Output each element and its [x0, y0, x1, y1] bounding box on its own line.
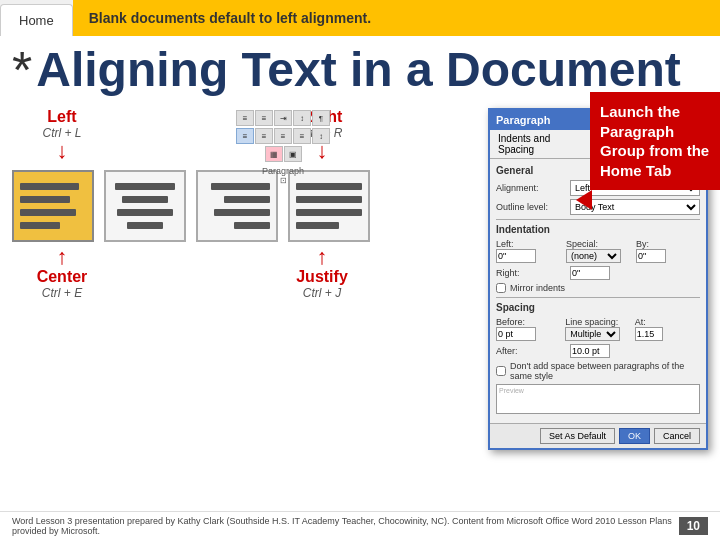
paragraph-group-label: Paragraph [262, 166, 304, 176]
right-indent-input[interactable] [570, 266, 610, 280]
line-spacing-label: Line spacing: [565, 317, 630, 327]
ok-button[interactable]: OK [619, 428, 650, 444]
special-label: Special: [566, 239, 630, 249]
home-tab[interactable]: Home [0, 4, 73, 36]
after-label: After: [496, 346, 566, 356]
dialog-footer: Set As Default OK Cancel [490, 423, 706, 448]
footer: Word Lesson 3 presentation prepared by K… [0, 511, 720, 540]
text-line [117, 209, 173, 216]
right-indent-row: Right: [496, 266, 700, 280]
left-indent-col: Left: [496, 239, 560, 263]
preview-box: Preview [496, 384, 700, 414]
text-line [115, 183, 174, 190]
by-label: By: [636, 239, 700, 249]
shading-icon[interactable]: ▦ [265, 146, 283, 162]
after-input[interactable] [570, 344, 610, 358]
page-title: Aligning Text in a Document [36, 46, 680, 94]
paragraph-toolbar: ≡ ≡ ⇥ ↕ ¶ ≡ ≡ ≡ ≡ ↕ ▦ ▣ Paragraph ⊡ [236, 110, 330, 185]
header: Home Blank documents default to left ali… [0, 0, 720, 36]
sort-icon[interactable]: ↕ [293, 110, 311, 126]
tab-indents-spacing[interactable]: Indents and Spacing [490, 130, 595, 158]
toolbar-bottom-row: ≡ ≡ ≡ ≡ ↕ [236, 128, 330, 144]
main-content: Left Ctrl + L ↓ Right Ctrl + R ↓ [0, 100, 720, 458]
preview-label: Preview [497, 385, 699, 396]
outline-label: Outline level: [496, 202, 566, 212]
justify-arrow-up: ↑ [272, 246, 372, 268]
line-spacing-select[interactable]: Multiple [565, 327, 620, 341]
text-line [296, 196, 362, 203]
spacing-row: Before: Line spacing: Multiple At: [496, 317, 700, 341]
set-default-button[interactable]: Set As Default [540, 428, 615, 444]
paragraph-expand-icon[interactable]: ⊡ [280, 176, 287, 185]
special-col: Special: (none) [566, 239, 630, 263]
align-left-icon[interactable]: ≡ [236, 128, 254, 144]
dont-add-label: Don't add space between paragraphs of th… [510, 361, 700, 381]
list2-icon[interactable]: ≡ [255, 110, 273, 126]
left-indent-label: Left: [496, 239, 560, 249]
text-line [234, 222, 270, 229]
dialog-title: Paragraph [496, 114, 550, 126]
left-indent-input[interactable] [496, 249, 536, 263]
list-icon[interactable]: ≡ [236, 110, 254, 126]
before-label: Before: [496, 317, 561, 327]
at-col: At: [635, 317, 700, 341]
center-text-box [104, 170, 186, 242]
justify-main-label: Justify [272, 268, 372, 286]
launch-box: Launch the Paragraph Group from the Home… [590, 92, 720, 190]
asterisk: * [12, 44, 32, 96]
at-label: At: [635, 317, 700, 327]
align-center-icon[interactable]: ≡ [255, 128, 273, 144]
text-line [20, 183, 79, 190]
right-indent-label: Right: [496, 268, 566, 278]
by-col: By: [636, 239, 700, 263]
center-arrow-up: ↑ [12, 246, 112, 268]
border-icon[interactable]: ▣ [284, 146, 302, 162]
title-row: * Aligning Text in a Document [0, 36, 720, 100]
text-line [122, 196, 168, 203]
banner: Blank documents default to left alignmen… [73, 0, 720, 36]
dialog-body: General Alignment: Left Centered Right J… [490, 159, 706, 423]
text-line [20, 209, 76, 216]
dont-add-checkbox[interactable] [496, 366, 506, 376]
before-col: Before: [496, 317, 561, 341]
spacing-title: Spacing [496, 302, 700, 313]
outline-row: Outline level: Body Text [496, 199, 700, 215]
bottom-label-row: ↑ Center Ctrl + E ↑ Justify Ctrl + J [12, 246, 372, 300]
divider2 [496, 297, 700, 298]
by-input[interactable] [636, 249, 666, 263]
toolbar-top-row: ≡ ≡ ⇥ ↕ ¶ [236, 110, 330, 126]
align-justify-icon[interactable]: ≡ [293, 128, 311, 144]
launch-arrow [576, 190, 592, 210]
special-select[interactable]: (none) [566, 249, 621, 263]
line-spacing-col: Line spacing: Multiple [565, 317, 630, 341]
after-row: After: [496, 344, 700, 358]
mirror-checkbox[interactable] [496, 283, 506, 293]
center-sub-label: Ctrl + E [12, 286, 112, 300]
text-line [224, 196, 270, 203]
left-arrow-down: ↓ [12, 140, 112, 162]
align-right-icon[interactable]: ≡ [274, 128, 292, 144]
page-number: 10 [679, 517, 708, 535]
line-spacing-icon[interactable]: ↕ [312, 128, 330, 144]
pilcrow-icon[interactable]: ¶ [312, 110, 330, 126]
cancel-button[interactable]: Cancel [654, 428, 700, 444]
toolbar-third-row: ▦ ▣ [265, 146, 302, 162]
at-input[interactable] [635, 327, 663, 341]
indent-icon[interactable]: ⇥ [274, 110, 292, 126]
center-main-label: Center [12, 268, 112, 286]
text-line [214, 209, 270, 216]
divider1 [496, 219, 700, 220]
text-line [296, 209, 362, 216]
indentation-title: Indentation [496, 224, 700, 235]
center-label-group: ↑ Center Ctrl + E [12, 246, 112, 300]
before-input[interactable] [496, 327, 536, 341]
dont-add-row: Don't add space between paragraphs of th… [496, 361, 700, 381]
left-label-group: Left Ctrl + L ↓ [12, 108, 112, 162]
footer-text: Word Lesson 3 presentation prepared by K… [12, 516, 679, 536]
indent-row: Left: Special: (none) By: [496, 239, 700, 263]
text-line [20, 222, 60, 229]
justify-sub-label: Ctrl + J [272, 286, 372, 300]
justify-label-group: ↑ Justify Ctrl + J [272, 246, 372, 300]
left-main-label: Left [12, 108, 112, 126]
text-line [127, 222, 163, 229]
